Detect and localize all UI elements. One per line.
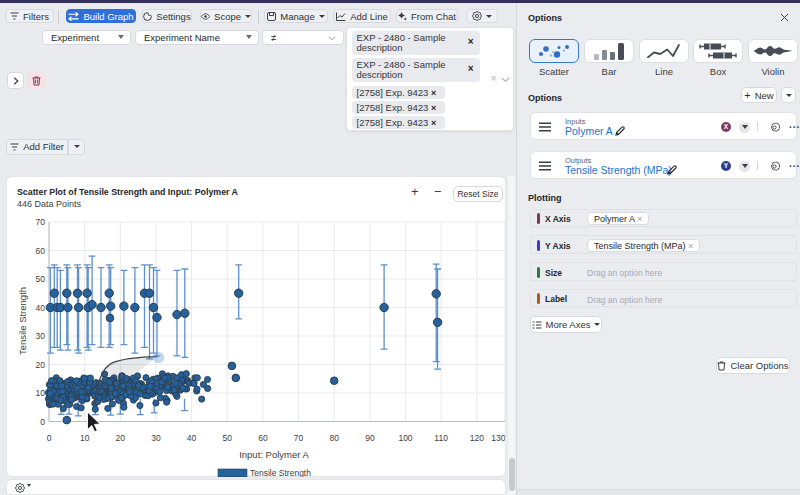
svg-text:Tensile Strength: Tensile Strength bbox=[250, 468, 311, 477]
svg-text:70: 70 bbox=[294, 433, 304, 443]
svg-text:50: 50 bbox=[222, 433, 232, 443]
svg-text:60: 60 bbox=[36, 246, 46, 256]
svg-text:50: 50 bbox=[36, 274, 46, 284]
svg-text:Input: Polymer A: Input: Polymer A bbox=[239, 449, 309, 460]
svg-text:Tensile Strength: Tensile Strength bbox=[17, 287, 28, 355]
svg-text:120: 120 bbox=[470, 433, 484, 443]
svg-text:40: 40 bbox=[36, 303, 46, 313]
svg-text:20: 20 bbox=[116, 433, 126, 443]
svg-text:30: 30 bbox=[36, 331, 46, 341]
svg-text:80: 80 bbox=[329, 433, 339, 443]
svg-text:30: 30 bbox=[151, 433, 161, 443]
svg-text:0: 0 bbox=[47, 433, 52, 443]
svg-text:130: 130 bbox=[491, 433, 505, 443]
svg-text:20: 20 bbox=[36, 360, 46, 370]
svg-text:90: 90 bbox=[365, 433, 375, 443]
svg-text:10: 10 bbox=[80, 433, 90, 443]
svg-text:60: 60 bbox=[258, 433, 268, 443]
svg-text:110: 110 bbox=[434, 433, 448, 443]
svg-text:100: 100 bbox=[398, 433, 412, 443]
svg-text:0: 0 bbox=[40, 417, 45, 427]
svg-text:10: 10 bbox=[36, 388, 46, 398]
svg-text:70: 70 bbox=[36, 217, 46, 227]
svg-text:40: 40 bbox=[187, 433, 197, 443]
